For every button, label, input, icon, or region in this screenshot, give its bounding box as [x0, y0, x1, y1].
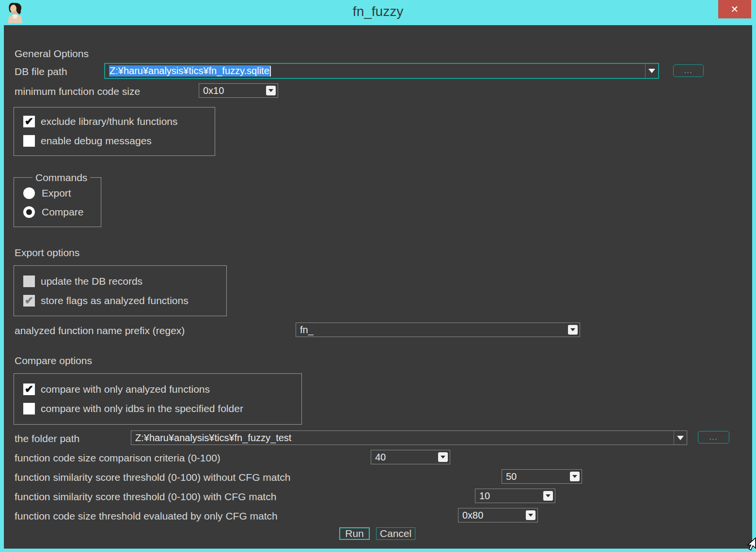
only-analyzed-row[interactable]: ✔ compare with only analyzed functions: [23, 383, 210, 395]
enable-debug-checkbox[interactable]: ✔: [23, 135, 35, 147]
compare-checkbox-group: [14, 373, 302, 425]
score-without-cfg-label: function similarity score threshold (0-1…: [15, 472, 291, 483]
only-idbs-label: compare with only idbs in the specified …: [41, 403, 243, 414]
update-db-row: ✔ update the DB records: [23, 276, 142, 287]
dialog-window: fn_fuzzy ✕ General Options DB file path …: [0, 0, 756, 552]
min-code-size-value[interactable]: 0x10: [199, 85, 266, 96]
chevron-down-icon: [572, 475, 577, 478]
score-without-cfg-value[interactable]: 50: [502, 471, 570, 482]
name-prefix-value[interactable]: fn_: [296, 324, 568, 336]
window-title: fn_fuzzy: [0, 4, 756, 19]
name-prefix-label: analyzed function name prefix (regex): [15, 325, 185, 337]
commands-group: Commands: [14, 177, 101, 227]
section-general-options: General Options: [15, 48, 89, 60]
db-file-path-value[interactable]: Z:¥haru¥analysis¥tics¥fn_fuzzy.sqlite: [105, 65, 645, 77]
store-flags-checkbox[interactable]: ✔: [23, 295, 35, 307]
exclude-library-checkbox[interactable]: ✔: [23, 116, 35, 127]
check-icon: ✔: [25, 116, 33, 127]
min-code-size-dropdown-button[interactable]: [266, 86, 276, 95]
only-idbs-row[interactable]: ✔ compare with only idbs in the specifie…: [23, 403, 243, 414]
check-icon: ✔: [25, 384, 33, 395]
close-button[interactable]: ✕: [718, 0, 751, 18]
name-prefix-dropdown-button[interactable]: [568, 325, 578, 335]
chevron-down-icon: [677, 436, 684, 440]
size-threshold-cfg-label: function code size threshold evaluated b…: [15, 510, 278, 522]
text-caret: [270, 66, 271, 77]
chevron-down-icon: [441, 456, 445, 459]
enable-debug-row[interactable]: ✔ enable debug messages: [23, 135, 152, 147]
size-threshold-cfg-value[interactable]: 0x80: [458, 510, 526, 521]
min-code-size-label: minimum function code size: [15, 86, 140, 97]
folder-path-combo[interactable]: Z:¥haru¥analysis¥tics¥fn_fuzzy_test: [131, 430, 687, 445]
exclude-library-label: exclude library/thunk functions: [41, 116, 178, 127]
compare-radio-label: Compare: [42, 206, 83, 218]
chevron-down-icon: [268, 89, 273, 92]
folder-path-value[interactable]: Z:¥haru¥analysis¥tics¥fn_fuzzy_test: [131, 432, 674, 444]
size-threshold-cfg-dropdown-button[interactable]: [526, 510, 536, 520]
chevron-down-icon: [528, 514, 533, 517]
size-threshold-cfg-combo[interactable]: 0x80: [458, 508, 538, 522]
enable-debug-label: enable debug messages: [41, 135, 152, 147]
score-with-cfg-combo[interactable]: 10: [475, 489, 555, 503]
compare-radio[interactable]: [23, 206, 35, 218]
size-criteria-dropdown-button[interactable]: [438, 452, 448, 462]
close-icon: ✕: [731, 3, 739, 15]
section-compare-options: Compare options: [15, 355, 92, 367]
commands-group-title: Commands: [32, 172, 90, 184]
export-radio-label: Export: [42, 187, 71, 199]
db-file-path-dropdown-button[interactable]: [645, 64, 658, 78]
chevron-down-icon: [570, 328, 575, 331]
db-file-path-label: DB file path: [15, 66, 67, 77]
folder-path-label: the folder path: [15, 433, 79, 445]
db-file-path-browse-button[interactable]: ...: [673, 64, 704, 77]
score-without-cfg-combo[interactable]: 50: [502, 469, 582, 484]
size-criteria-value[interactable]: 40: [371, 452, 438, 463]
folder-path-dropdown-button[interactable]: [674, 431, 687, 445]
score-with-cfg-value[interactable]: 10: [475, 491, 543, 502]
only-analyzed-label: compare with only analyzed functions: [41, 383, 210, 395]
command-compare-row[interactable]: Compare: [23, 206, 83, 218]
size-criteria-combo[interactable]: 40: [371, 450, 450, 464]
command-export-row[interactable]: Export: [23, 187, 71, 199]
section-export-options: Export options: [15, 247, 79, 259]
title-bar[interactable]: fn_fuzzy ✕: [0, 0, 756, 25]
only-idbs-checkbox[interactable]: ✔: [23, 403, 35, 414]
run-button[interactable]: Run: [339, 527, 370, 540]
general-checkbox-group: [14, 107, 215, 156]
size-criteria-label: function code size comparison criteria (…: [15, 452, 220, 464]
exclude-library-row[interactable]: ✔ exclude library/thunk functions: [23, 116, 178, 127]
mouse-cursor: [743, 537, 756, 551]
update-db-checkbox[interactable]: ✔: [23, 276, 35, 287]
store-flags-row: ✔ store flags as analyzed functions: [23, 295, 189, 307]
score-with-cfg-label: function similarity score threshold (0-1…: [15, 491, 276, 503]
name-prefix-combo[interactable]: fn_: [296, 322, 580, 337]
chevron-down-icon: [648, 69, 655, 73]
update-db-label: update the DB records: [41, 276, 142, 287]
min-code-size-combo[interactable]: 0x10: [199, 83, 278, 98]
export-radio[interactable]: [23, 187, 35, 199]
check-icon: ✔: [25, 295, 33, 306]
export-checkbox-group: [14, 265, 227, 316]
cancel-button[interactable]: Cancel: [376, 527, 415, 540]
folder-path-browse-button[interactable]: ...: [698, 431, 729, 444]
store-flags-label: store flags as analyzed functions: [41, 295, 189, 307]
db-file-path-combo[interactable]: Z:¥haru¥analysis¥tics¥fn_fuzzy.sqlite: [104, 63, 659, 79]
only-analyzed-checkbox[interactable]: ✔: [23, 383, 35, 395]
chevron-down-icon: [546, 494, 551, 497]
score-with-cfg-dropdown-button[interactable]: [543, 491, 553, 501]
score-without-cfg-dropdown-button[interactable]: [570, 472, 580, 481]
